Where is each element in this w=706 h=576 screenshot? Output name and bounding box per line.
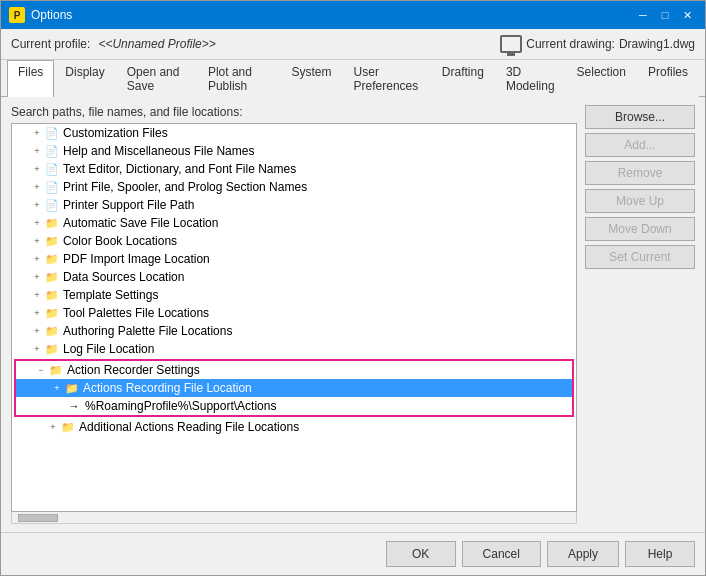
tree-label: Template Settings <box>63 288 158 302</box>
expand-icon[interactable]: + <box>30 126 44 140</box>
tree-item-template[interactable]: + 📁 Template Settings <box>12 286 576 304</box>
minimize-button[interactable]: ─ <box>633 6 653 24</box>
arrow-icon: → <box>66 399 82 413</box>
folder-icon: 📁 <box>64 381 80 395</box>
current-drawing-label: Current drawing: <box>526 37 615 51</box>
expand-icon[interactable]: + <box>30 198 44 212</box>
close-button[interactable]: ✕ <box>677 6 697 24</box>
ok-button[interactable]: OK <box>386 541 456 567</box>
tree-item-additional-actions[interactable]: + 📁 Additional Actions Reading File Loca… <box>12 418 576 436</box>
folder-icon: 📁 <box>44 216 60 230</box>
tree-item-text-editor[interactable]: + 📄 Text Editor, Dictionary, and Font Fi… <box>12 160 576 178</box>
action-recorder-group: − 📁 Action Recorder Settings + 📁 Actions… <box>14 359 574 417</box>
expand-icon[interactable]: + <box>46 420 60 434</box>
tree-item-customization[interactable]: + 📄 Customization Files <box>12 124 576 142</box>
tree-item-auto-save[interactable]: + 📁 Automatic Save File Location <box>12 214 576 232</box>
profile-bar: Current profile: <<Unnamed Profile>> Cur… <box>1 29 705 60</box>
tree-label: Additional Actions Reading File Location… <box>79 420 299 434</box>
cancel-button[interactable]: Cancel <box>462 541 541 567</box>
expand-icon[interactable]: + <box>30 234 44 248</box>
folder-icon: 📁 <box>44 306 60 320</box>
move-up-button[interactable]: Move Up <box>585 189 695 213</box>
tree-label: %RoamingProfile%\Support\Actions <box>85 399 276 413</box>
tree-label: Actions Recording File Location <box>83 381 252 395</box>
left-panel: Search paths, file names, and file locat… <box>11 105 577 524</box>
tree-item-tool-palettes[interactable]: + 📁 Tool Palettes File Locations <box>12 304 576 322</box>
tree-item-color-book[interactable]: + 📁 Color Book Locations <box>12 232 576 250</box>
current-drawing-value: Drawing1.dwg <box>619 37 695 51</box>
tab-plot-and-publish[interactable]: Plot and Publish <box>197 60 281 97</box>
move-down-button[interactable]: Move Down <box>585 217 695 241</box>
expand-icon[interactable]: + <box>30 162 44 176</box>
app-icon: P <box>9 7 25 23</box>
expand-icon[interactable]: + <box>30 216 44 230</box>
monitor-icon <box>500 35 522 53</box>
folder-icon: 📁 <box>44 342 60 356</box>
tree-label: Tool Palettes File Locations <box>63 306 209 320</box>
title-bar: P Options ─ □ ✕ <box>1 1 705 29</box>
expand-icon[interactable]: + <box>30 270 44 284</box>
remove-button[interactable]: Remove <box>585 161 695 185</box>
tab-drafting[interactable]: Drafting <box>431 60 495 97</box>
right-panel: Browse... Add... Remove Move Up Move Dow… <box>585 105 695 524</box>
tree-scroll-inner: + 📄 Customization Files + 📄 Help and Mis… <box>12 124 576 436</box>
apply-button[interactable]: Apply <box>547 541 619 567</box>
expand-icon[interactable]: + <box>50 381 64 395</box>
tab-system[interactable]: System <box>281 60 343 97</box>
tree-label: Automatic Save File Location <box>63 216 218 230</box>
file-icon: 📄 <box>44 144 60 158</box>
tree-item-roaming-profile[interactable]: → %RoamingProfile%\Support\Actions <box>16 397 572 415</box>
set-current-button[interactable]: Set Current <box>585 245 695 269</box>
folder-icon: 📁 <box>44 324 60 338</box>
current-profile-label: Current profile: <box>11 37 90 51</box>
tab-files[interactable]: Files <box>7 60 54 97</box>
tab-profiles[interactable]: Profiles <box>637 60 699 97</box>
drawing-area: Current drawing: Drawing1.dwg <box>500 35 695 53</box>
expand-icon[interactable]: + <box>30 306 44 320</box>
expand-icon[interactable]: + <box>30 144 44 158</box>
folder-icon: 📁 <box>44 234 60 248</box>
content-area: Search paths, file names, and file locat… <box>1 97 705 532</box>
add-button[interactable]: Add... <box>585 133 695 157</box>
tab-open-and-save[interactable]: Open and Save <box>116 60 197 97</box>
tree-item-actions-recording[interactable]: + 📁 Actions Recording File Location <box>16 379 572 397</box>
folder-icon: 📁 <box>44 252 60 266</box>
maximize-button[interactable]: □ <box>655 6 675 24</box>
tree-item-printer-support[interactable]: + 📄 Printer Support File Path <box>12 196 576 214</box>
expand-icon[interactable]: + <box>30 342 44 356</box>
current-profile-value: <<Unnamed Profile>> <box>98 37 215 51</box>
expand-icon[interactable]: + <box>30 288 44 302</box>
expand-icon[interactable]: + <box>30 324 44 338</box>
tree-item-action-recorder[interactable]: − 📁 Action Recorder Settings <box>16 361 572 379</box>
expand-icon[interactable]: + <box>30 252 44 266</box>
tab-selection[interactable]: Selection <box>566 60 637 97</box>
tree-label: Data Sources Location <box>63 270 184 284</box>
tab-user-preferences[interactable]: User Preferences <box>343 60 431 97</box>
browse-button[interactable]: Browse... <box>585 105 695 129</box>
title-bar-left: P Options <box>9 7 72 23</box>
file-icon: 📄 <box>44 180 60 194</box>
tabs-bar: Files Display Open and Save Plot and Pub… <box>1 60 705 97</box>
search-label: Search paths, file names, and file locat… <box>11 105 577 119</box>
tab-3d-modeling[interactable]: 3D Modeling <box>495 60 566 97</box>
tree-item-data-sources[interactable]: + 📁 Data Sources Location <box>12 268 576 286</box>
tree-item-print-file[interactable]: + 📄 Print File, Spooler, and Prolog Sect… <box>12 178 576 196</box>
folder-icon: 📁 <box>48 363 64 377</box>
folder-icon: 📁 <box>44 288 60 302</box>
tree-label: Printer Support File Path <box>63 198 194 212</box>
expand-icon[interactable]: + <box>30 180 44 194</box>
title-controls: ─ □ ✕ <box>633 6 697 24</box>
tree-item-help[interactable]: + 📄 Help and Miscellaneous File Names <box>12 142 576 160</box>
tree-item-authoring[interactable]: + 📁 Authoring Palette File Locations <box>12 322 576 340</box>
tree-label: Color Book Locations <box>63 234 177 248</box>
bottom-bar: OK Cancel Apply Help <box>1 532 705 575</box>
help-button[interactable]: Help <box>625 541 695 567</box>
window-title: Options <box>31 8 72 22</box>
expand-icon[interactable]: − <box>34 363 48 377</box>
tree-item-pdf-import[interactable]: + 📁 PDF Import Image Location <box>12 250 576 268</box>
tree-label: PDF Import Image Location <box>63 252 210 266</box>
tree-label: Text Editor, Dictionary, and Font File N… <box>63 162 296 176</box>
tree-item-log-file[interactable]: + 📁 Log File Location <box>12 340 576 358</box>
tab-display[interactable]: Display <box>54 60 115 97</box>
tree-container[interactable]: + 📄 Customization Files + 📄 Help and Mis… <box>11 123 577 512</box>
